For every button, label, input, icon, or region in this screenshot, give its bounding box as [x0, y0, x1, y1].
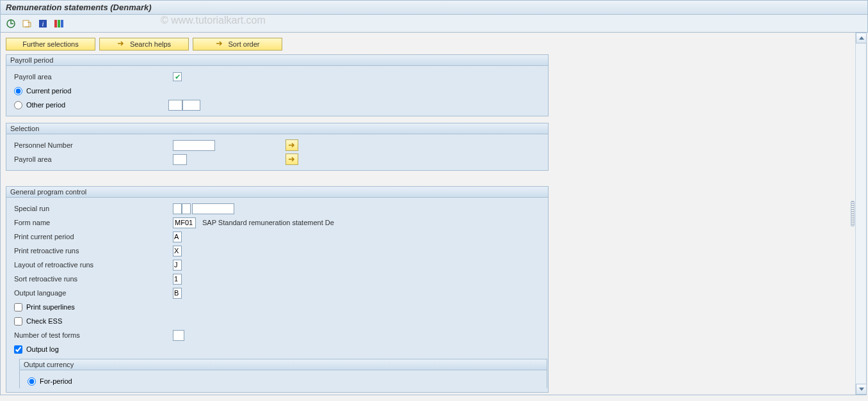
output-lang-input[interactable]: [173, 288, 182, 299]
svg-rect-1: [23, 20, 29, 27]
current-period-label: Current period: [26, 87, 71, 95]
sort-order-label: Sort order: [229, 40, 260, 48]
payroll-area-label: Payroll area: [14, 73, 173, 81]
layout-retro-label: Layout of retroactive runs: [14, 261, 173, 269]
other-period-input2[interactable]: [182, 100, 200, 111]
scroll-down-button[interactable]: [856, 384, 867, 395]
svg-rect-5: [58, 20, 60, 28]
personnel-number-label: Personnel Number: [14, 141, 173, 149]
title-text: Remuneration statements (Denmark): [6, 3, 152, 12]
special-run-label: Special run: [14, 205, 173, 212]
output-log-checkbox[interactable]: [14, 345, 22, 354]
group-header: Payroll period: [6, 55, 548, 66]
personnel-number-input[interactable]: [173, 140, 215, 151]
vertical-scrollbar[interactable]: [855, 33, 866, 395]
group-header: Selection: [6, 123, 548, 134]
arrow-right-icon: [117, 40, 125, 48]
payroll-area-sel-label: Payroll area: [14, 155, 173, 163]
group-title: General program control: [10, 188, 86, 196]
execute-icon[interactable]: [6, 19, 16, 29]
output-log-label: Output log: [26, 345, 59, 353]
group-title: Output currency: [24, 361, 74, 368]
group-header: Output currency: [20, 359, 547, 370]
special-run-input1[interactable]: [173, 203, 182, 214]
content-area: Further selections Search helps Sort ord…: [0, 33, 867, 395]
num-test-input[interactable]: [173, 330, 184, 341]
further-selections-button[interactable]: Further selections: [6, 38, 95, 51]
payroll-area-sel-input[interactable]: [173, 154, 187, 165]
form-name-label: Form name: [14, 219, 173, 226]
multiple-selection-button[interactable]: [285, 139, 298, 151]
arrow-right-icon: [216, 40, 223, 48]
check-ess-label: Check ESS: [26, 317, 62, 325]
get-variant-icon[interactable]: [22, 19, 32, 29]
scroll-track[interactable]: [856, 43, 866, 384]
special-run-input2[interactable]: [182, 203, 191, 214]
group-title: Selection: [10, 125, 39, 132]
layout-retro-input[interactable]: [173, 260, 182, 271]
print-superlines-checkbox[interactable]: [14, 303, 22, 311]
check-ess-checkbox[interactable]: [14, 317, 22, 326]
sort-retro-label: Sort retroactive runs: [14, 275, 173, 283]
selection-button-row: Further selections Search helps Sort ord…: [1, 33, 853, 54]
required-check-icon: ✔: [173, 72, 182, 81]
scroll-up-button[interactable]: [856, 33, 867, 43]
form-name-description: SAP Standard remuneration statement De: [202, 219, 334, 226]
watermark-text: © www.tutorialkart.com: [161, 15, 266, 26]
multiple-selection-button[interactable]: [285, 153, 298, 165]
application-toolbar: i © www.tutorialkart.com: [0, 15, 868, 33]
for-period-label: For-period: [40, 377, 72, 385]
print-retro-input[interactable]: [173, 246, 182, 256]
group-header: General program control: [6, 187, 548, 198]
print-retro-label: Print retroactive runs: [14, 247, 173, 255]
chevron-down-icon: [859, 388, 864, 391]
group-output-currency: Output currency For-period: [19, 359, 547, 388]
search-helps-button[interactable]: Search helps: [99, 38, 189, 51]
svg-text:i: i: [42, 20, 44, 28]
other-period-radio[interactable]: [14, 101, 22, 109]
num-test-label: Number of test forms: [14, 331, 173, 339]
special-run-input3[interactable]: [192, 203, 234, 214]
print-superlines-label: Print superlines: [26, 303, 75, 311]
group-selection: Selection Personnel Number Payroll area: [6, 123, 549, 171]
form-name-input[interactable]: [173, 217, 196, 228]
program-icon[interactable]: [54, 19, 64, 29]
other-period-input1[interactable]: [168, 100, 182, 111]
for-period-radio[interactable]: [28, 377, 36, 386]
print-current-input[interactable]: [173, 232, 182, 242]
output-lang-label: Output language: [14, 289, 173, 297]
svg-rect-4: [54, 20, 57, 28]
current-period-radio[interactable]: [14, 87, 22, 95]
search-helps-label: Search helps: [130, 40, 171, 48]
other-period-label: Other period: [26, 101, 168, 109]
group-title: Payroll period: [10, 56, 53, 64]
sort-retro-input[interactable]: [173, 274, 182, 285]
group-general-program-control: General program control Special run Form…: [6, 186, 549, 393]
info-icon[interactable]: i: [38, 19, 48, 29]
print-current-label: Print current period: [14, 233, 173, 240]
chevron-up-icon: [859, 36, 864, 40]
sort-order-button[interactable]: Sort order: [193, 38, 282, 51]
group-payroll-period: Payroll period Payroll area ✔ Current pe…: [6, 54, 549, 116]
page-title: Remuneration statements (Denmark): [0, 0, 868, 15]
resize-grip-icon[interactable]: [851, 201, 855, 226]
further-selections-label: Further selections: [22, 40, 78, 48]
svg-rect-6: [61, 20, 63, 28]
